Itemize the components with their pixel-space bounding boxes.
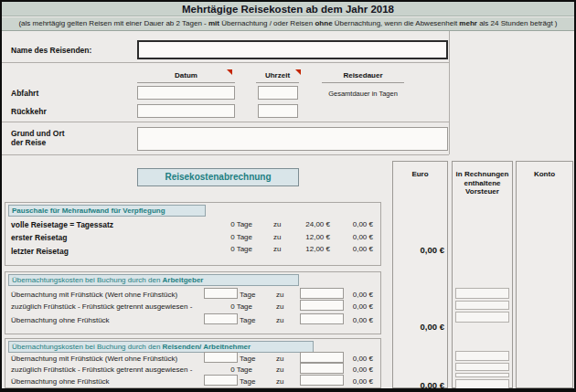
tage-value: 0 Tage xyxy=(197,245,252,253)
row-label: letzter Reisetag xyxy=(11,247,69,256)
tage-value: 0 Tage xyxy=(197,233,252,241)
row-label: Übernachtung ohne Frühstück xyxy=(11,316,110,324)
row-label: zuzüglich Frühstück - Frühstück getrennt… xyxy=(11,366,192,374)
tage-suffix: Tage xyxy=(240,377,255,386)
divider xyxy=(449,31,450,154)
abrechnung-title: Reisekostenabrechnung xyxy=(137,168,299,186)
row-label: erster Reisetag xyxy=(11,233,67,242)
zu-label: zu xyxy=(276,366,283,374)
zu-label: zu xyxy=(276,302,283,311)
vorsteuer-cell[interactable] xyxy=(455,301,509,310)
betrag-value: 0,00 € xyxy=(327,291,373,299)
tage-suffix: Tage xyxy=(240,355,255,363)
divider xyxy=(2,122,449,122)
betrag-value: 0,00 € xyxy=(323,220,373,228)
row-label: volle Reisetage = Tagessatz xyxy=(11,220,113,229)
vorsteuer-column-header: in Rechnungen enthaltene Vorsteuer xyxy=(453,162,512,196)
verpflegung-header: Pauschale für Mehraufwand für Verpflegun… xyxy=(8,205,206,217)
abfahrt-time-input[interactable] xyxy=(258,86,298,100)
row-label: zuzüglich Frühstück - Frühstück getrennt… xyxy=(11,302,192,311)
betrag-value: 0,00 € xyxy=(327,366,373,374)
konto-column-panel: Konto xyxy=(516,161,573,388)
arbeitgeber-header: Übernachtungskosten bei Buchung durch de… xyxy=(8,274,299,286)
abfahrt-label: Abfahrt xyxy=(11,89,38,98)
arbeitnehmer-tage-input-1[interactable] xyxy=(204,352,238,363)
arbeitnehmer-tage-input-2[interactable] xyxy=(204,375,238,386)
zu-label: zu xyxy=(276,316,283,324)
rueckkehr-date-input[interactable] xyxy=(137,104,235,118)
abfahrt-date-input[interactable] xyxy=(137,86,235,100)
divider xyxy=(2,154,449,155)
row-label: Übernachtung ohne Frühstück xyxy=(11,377,110,386)
traveler-name-label: Name des Reisenden: xyxy=(11,46,91,55)
tage-suffix: Tage xyxy=(240,291,255,299)
arbeitgeber-tage-input-1[interactable] xyxy=(204,288,238,299)
arbeitgeber-total: 0,00 € xyxy=(393,322,444,332)
betrag-value: 0,00 € xyxy=(327,302,373,311)
travel-expense-form: Mehrtägige Reisekosten ab dem Jahr 2018 … xyxy=(0,0,576,392)
verpflegung-total: 0,00 € xyxy=(393,245,444,255)
grund-der-reise-input[interactable] xyxy=(137,127,448,151)
betrag-value: 0,00 € xyxy=(327,355,373,363)
reisedauer-header: Reisedauer xyxy=(322,71,404,83)
row-label: Übernachtung mit Frühstück (Wert ohne Fr… xyxy=(11,355,177,363)
divider xyxy=(2,62,449,63)
tage-value: 0 Tage xyxy=(197,366,252,374)
vorsteuer-cell[interactable] xyxy=(455,351,509,361)
euro-column-panel: Euro xyxy=(392,161,448,388)
datum-header: Datum xyxy=(137,71,235,83)
section-uebernachtung-arbeitnehmer: Übernachtungskosten bei Buchung durch de… xyxy=(5,338,381,388)
traveler-name-input[interactable] xyxy=(137,40,448,59)
euro-column-header: Euro xyxy=(393,162,447,179)
section-uebernachtung-arbeitgeber: Übernachtungskosten bei Buchung durch de… xyxy=(5,271,381,334)
vorsteuer-cell[interactable] xyxy=(455,373,509,377)
rueckkehr-label: Rückkehr xyxy=(11,107,47,116)
vorsteuer-cell[interactable] xyxy=(455,379,509,390)
tage-suffix: Tage xyxy=(240,316,255,324)
betrag-value: 0,00 € xyxy=(327,316,373,324)
tage-value: 0 Tage xyxy=(197,220,252,228)
zu-label: zu xyxy=(276,291,283,299)
form-title: Mehrtägige Reisekosten ab dem Jahr 2018 xyxy=(2,2,574,16)
vorsteuer-cell[interactable] xyxy=(455,363,509,371)
zu-label: zu xyxy=(276,355,283,363)
row-label: Übernachtung mit Frühstück (Wert ohne Fr… xyxy=(11,291,177,299)
grund-label-line2: der Reise xyxy=(11,138,46,147)
betrag-value: 0,00 € xyxy=(327,377,373,386)
arbeitnehmer-header: Übernachtungskosten bei Buchung durch de… xyxy=(8,341,314,353)
vorsteuer-cell[interactable] xyxy=(455,288,509,299)
arbeitgeber-tage-input-2[interactable] xyxy=(204,313,238,324)
tage-value: 0 Tage xyxy=(197,302,252,311)
uhrzeit-header: Uhrzeit xyxy=(256,71,299,83)
vorsteuer-cell[interactable] xyxy=(455,312,509,323)
grund-label-line1: Grund und Ort xyxy=(11,129,65,138)
betrag-value: 0,00 € xyxy=(323,233,373,241)
gesamtdauer-label: Gesamtdauer in Tagen xyxy=(317,90,409,98)
konto-column-header: Konto xyxy=(517,162,572,179)
form-title-band: Mehrtägige Reisekosten ab dem Jahr 2018 xyxy=(2,2,574,16)
rueckkehr-time-input[interactable] xyxy=(258,104,298,118)
arbeitnehmer-total: 0,00 € xyxy=(393,380,444,390)
betrag-value: 0,00 € xyxy=(323,245,373,253)
section-verpflegung: Pauschale für Mehraufwand für Verpflegun… xyxy=(5,202,381,266)
form-subtitle: (als mehrtägig gelten Reisen mit einer D… xyxy=(2,17,574,31)
zu-label: zu xyxy=(276,377,283,386)
